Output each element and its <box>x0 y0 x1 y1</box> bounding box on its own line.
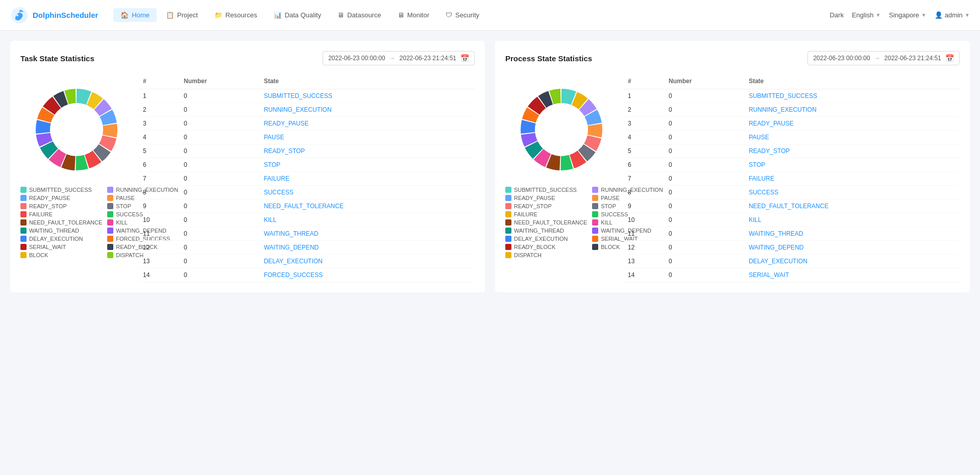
nav-item-security[interactable]: 🛡 Security <box>438 8 486 22</box>
table-row: 30READY_PAUSE <box>623 117 960 131</box>
row-state: KILL <box>259 213 475 227</box>
legend-label: WAITING_THREAD <box>514 228 564 234</box>
table-row: 140SERIAL_WAIT <box>623 268 960 282</box>
nav-item-datasource[interactable]: 🖥 Datasource <box>330 8 388 22</box>
nav-item-resources[interactable]: 📁 Resources <box>207 8 264 22</box>
task-col-state: State <box>259 73 475 89</box>
task-date-arrow: → <box>389 55 396 62</box>
navbar: DolphinScheduler 🏠 Home 📋 Project 📁 Reso… <box>0 0 980 31</box>
row-count: 0 <box>664 117 744 131</box>
legend-item: DISPATCH <box>505 252 587 258</box>
legend-color <box>20 252 27 258</box>
task-donut-chart <box>26 79 128 181</box>
process-tbody: 10SUBMITTED_SUCCESS20RUNNING_EXECUTION30… <box>623 89 960 282</box>
row-state: PAUSE <box>744 131 960 144</box>
process-donut-chart <box>510 79 612 181</box>
legend-color <box>505 187 511 193</box>
legend-item: READY_PAUSE <box>505 195 587 201</box>
security-icon: 🛡 <box>446 11 452 19</box>
row-state: READY_PAUSE <box>259 117 475 131</box>
task-col-number: Number <box>179 73 259 89</box>
legend-color <box>505 211 511 217</box>
table-row: 80SUCCESS <box>138 186 475 199</box>
row-index: 13 <box>138 255 179 268</box>
legend-color <box>20 219 27 226</box>
row-state: WAITING_THREAD <box>744 227 960 241</box>
table-row: 100KILL <box>623 213 960 227</box>
legend-color <box>107 228 113 234</box>
task-date-range[interactable]: 2022-06-23 00:00:00 → 2022-06-23 21:24:5… <box>323 51 475 65</box>
legend-label: SUBMITTED_SUCCESS <box>514 187 577 193</box>
user-menu[interactable]: 👤 admin ▼ <box>935 11 970 19</box>
legend-label: READY_PAUSE <box>514 195 555 201</box>
legend-label: FAILURE <box>29 211 53 217</box>
legend-label: READY_BLOCK <box>514 244 555 250</box>
row-index: 11 <box>623 227 664 241</box>
nav-item-monitor[interactable]: 🖥 Monitor <box>390 8 436 22</box>
nav-item-project[interactable]: 📋 Project <box>159 8 205 22</box>
row-count: 0 <box>664 268 744 282</box>
legend-color <box>505 244 511 250</box>
row-state: STOP <box>744 158 960 172</box>
row-state: PAUSE <box>259 131 475 144</box>
svg-point-1 <box>16 14 18 16</box>
task-panel-body: SUBMITTED_SUCCESSRUNNING_EXECUTIONREADY_… <box>20 73 475 282</box>
row-state: STOP <box>259 158 475 172</box>
table-row: 60STOP <box>138 158 475 172</box>
row-index: 7 <box>138 172 179 186</box>
process-date-range[interactable]: 2022-06-23 00:00:00 → 2022-06-23 21:24:5… <box>807 51 960 65</box>
logo[interactable]: DolphinScheduler <box>10 6 98 24</box>
row-count: 0 <box>179 186 259 199</box>
table-row: 30READY_PAUSE <box>138 117 475 131</box>
row-index: 14 <box>623 268 664 282</box>
nav-label-dataquality: Data Quality <box>285 11 322 19</box>
language-switcher[interactable]: English ▼ <box>852 11 881 19</box>
table-row: 20RUNNING_EXECUTION <box>138 103 475 117</box>
legend-label: PAUSE <box>601 195 619 201</box>
process-date-to: 2022-06-23 21:24:51 <box>885 55 941 62</box>
task-panel-header: Task State Statistics 2022-06-23 00:00:0… <box>20 51 475 65</box>
process-panel: Process State Statistics 2022-06-23 00:0… <box>495 41 970 292</box>
row-state: KILL <box>744 213 960 227</box>
legend-item: NEED_FAULT_TOLERANCE <box>505 219 587 226</box>
user-chevron: ▼ <box>965 12 970 18</box>
legend-item: WAITING_THREAD <box>20 228 102 234</box>
row-state: SUBMITTED_SUCCESS <box>259 89 475 103</box>
row-count: 0 <box>179 213 259 227</box>
row-state: SUCCESS <box>259 186 475 199</box>
process-panel-body: SUBMITTED_SUCCESSRUNNING_EXECUTIONREADY_… <box>505 73 960 282</box>
task-col-num: # <box>138 73 179 89</box>
nav-item-home[interactable]: 🏠 Home <box>113 8 157 22</box>
legend-color <box>592 187 598 193</box>
user-label: admin <box>945 11 963 19</box>
nav-item-dataquality[interactable]: 📊 Data Quality <box>266 8 329 22</box>
legend-color <box>107 252 113 258</box>
table-row: 60STOP <box>623 158 960 172</box>
row-state: READY_STOP <box>259 144 475 158</box>
row-count: 0 <box>179 144 259 158</box>
table-row: 120WAITING_DEPEND <box>138 241 475 255</box>
row-count: 0 <box>664 199 744 213</box>
row-index: 3 <box>138 117 179 131</box>
process-table-area: # Number State 10SUBMITTED_SUCCESS20RUNN… <box>623 73 960 282</box>
row-state: RUNNING_EXECUTION <box>744 103 960 117</box>
legend-color <box>20 195 27 201</box>
legend-color <box>505 252 511 258</box>
row-index: 3 <box>623 117 664 131</box>
table-row: 70FAILURE <box>623 172 960 186</box>
row-state: SUCCESS <box>744 186 960 199</box>
row-state: FAILURE <box>259 172 475 186</box>
row-index: 4 <box>623 131 664 144</box>
legend-item: READY_STOP <box>20 203 102 209</box>
legend-label: DISPATCH <box>514 252 542 258</box>
region-chevron: ▼ <box>921 12 926 18</box>
row-index: 6 <box>138 158 179 172</box>
row-count: 0 <box>179 255 259 268</box>
table-row: 10SUBMITTED_SUCCESS <box>623 89 960 103</box>
theme-switcher[interactable]: Dark <box>829 11 843 19</box>
process-calendar-icon: 📅 <box>945 54 954 62</box>
process-col-number: Number <box>664 73 744 89</box>
row-index: 2 <box>623 103 664 117</box>
row-index: 7 <box>623 172 664 186</box>
region-switcher[interactable]: Singapore ▼ <box>889 11 926 19</box>
